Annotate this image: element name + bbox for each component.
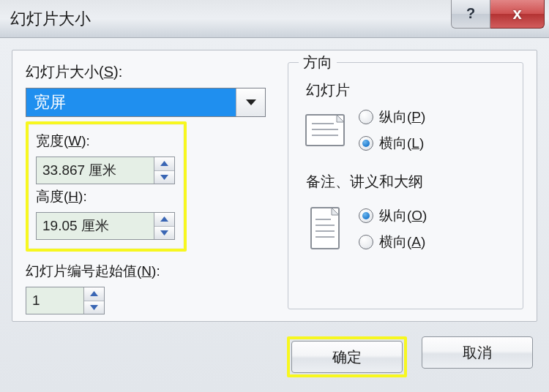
slides-orientation-block: 纵向(P) 横向(L) [305,106,512,156]
height-input[interactable] [37,213,154,239]
start-number-spinner-buttons [83,287,104,314]
svg-marker-4 [160,230,168,235]
dialog-window: 幻灯片大小 ? x 幻灯片大小(S): 宽屏 [0,0,549,392]
titlebar: 幻灯片大小 ? x [0,0,549,38]
svg-marker-0 [246,99,256,105]
radio-icon [359,136,373,151]
dimension-highlight-box: 宽度(W): 高度(H): [26,121,187,252]
orientation-fieldset: 方向 幻灯片 纵向(P) [288,62,523,309]
svg-marker-6 [90,305,98,310]
start-spin-down[interactable] [84,301,104,314]
ok-highlight: 确定 [287,336,407,377]
cancel-button[interactable]: 取消 [422,336,533,369]
slide-size-dropdown[interactable]: 宽屏 [26,88,266,117]
chevron-down-icon [160,230,168,235]
height-spinner[interactable] [36,212,175,240]
titlebar-controls: ? x [451,0,545,29]
start-spin-up[interactable] [84,287,104,301]
close-icon: x [512,4,521,23]
page-landscape-icon [305,108,346,156]
page-portrait-icon [305,206,346,255]
width-spinner[interactable] [36,157,175,184]
chevron-down-icon [160,175,168,180]
svg-marker-2 [160,175,168,180]
dropdown-button[interactable] [236,88,265,116]
start-number-label: 幻灯片编号起始值(N): [26,262,274,281]
content-panel: 幻灯片大小(S): 宽屏 宽度(W): [12,50,537,322]
height-spin-up[interactable] [154,213,174,227]
notes-subheading: 备注、讲义和大纲 [306,172,512,192]
client-area: 幻灯片大小(S): 宽屏 宽度(W): [0,38,549,392]
notes-landscape-radio[interactable]: 横向(A) [359,233,427,252]
radio-icon [359,110,373,124]
dialog-title: 幻灯片大小 [10,8,91,30]
slide-size-value: 宽屏 [26,88,236,116]
svg-marker-3 [160,216,168,222]
chevron-down-icon [245,99,257,106]
width-spin-up[interactable] [154,157,174,171]
left-column: 幻灯片大小(S): 宽屏 宽度(W): [26,62,274,308]
svg-marker-5 [90,291,98,296]
slides-landscape-radio[interactable]: 横向(L) [359,134,425,153]
height-label: 高度(H): [36,187,176,206]
slides-radios: 纵向(P) 横向(L) [359,108,425,153]
orientation-legend: 方向 [299,53,337,72]
slide-size-label: 幻灯片大小(S): [26,62,274,82]
height-spin-down[interactable] [154,227,174,240]
slides-portrait-radio[interactable]: 纵向(P) [359,108,425,127]
notes-radios: 纵向(O) 横向(A) [359,206,427,252]
help-button[interactable]: ? [451,0,490,29]
height-spinner-buttons [154,213,174,239]
slides-subheading: 幻灯片 [306,80,512,100]
radio-icon [359,208,373,223]
width-label: 宽度(W): [36,132,176,151]
width-input[interactable] [37,157,154,184]
chevron-up-icon [160,216,168,222]
notes-orientation-block: 纵向(O) 横向(A) [305,205,512,255]
chevron-up-icon [160,161,168,166]
close-button[interactable]: x [490,0,545,29]
chevron-up-icon [90,291,98,296]
start-number-spinner[interactable] [26,287,105,314]
ok-button[interactable]: 确定 [291,341,403,373]
start-number-input[interactable] [26,287,83,314]
width-spinner-buttons [154,157,174,184]
notes-portrait-radio[interactable]: 纵向(O) [359,206,427,225]
chevron-down-icon [90,305,98,310]
width-spin-down[interactable] [154,171,174,184]
help-icon: ? [466,5,475,22]
right-column: 方向 幻灯片 纵向(P) [288,62,523,308]
dialog-button-row: 确定 取消 [287,336,533,377]
svg-marker-1 [160,161,168,166]
radio-icon [359,235,373,249]
